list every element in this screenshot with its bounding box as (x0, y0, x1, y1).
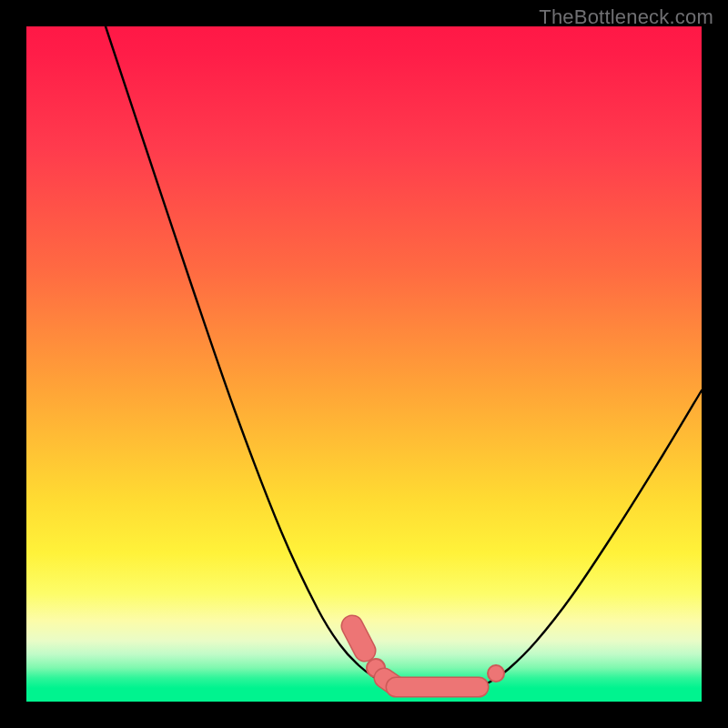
chart-frame: TheBottleneck.com (0, 0, 728, 728)
bottleneck-line (106, 26, 702, 687)
watermark-text: TheBottleneck.com (539, 5, 713, 29)
plot-area (26, 26, 702, 702)
bottleneck-curve (26, 26, 702, 702)
highlight-marker (488, 665, 504, 682)
highlight-marker (352, 626, 365, 651)
